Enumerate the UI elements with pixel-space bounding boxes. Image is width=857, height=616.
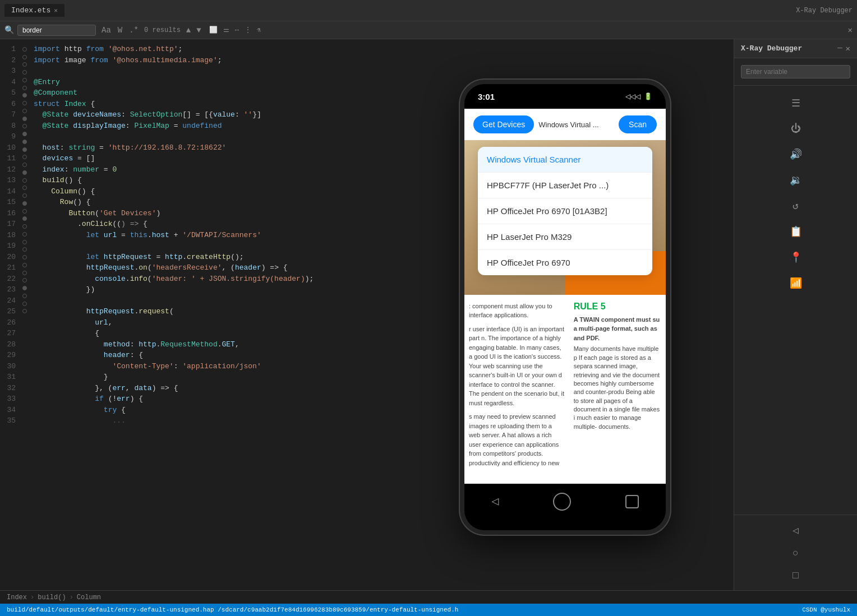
find-in-selection-btn[interactable]: ⚌ <box>221 25 232 35</box>
breadcrumb-item-1: Index <box>7 594 27 601</box>
wifi-signal-icon: ◁◁◁ <box>625 92 641 100</box>
breadcrumb-sep-1: › <box>30 594 34 601</box>
main-content: 12345 678910 1112131415 1617181920 21222… <box>0 39 857 590</box>
phone-status-icons: ◁◁◁ 🔋 <box>625 92 652 100</box>
search-navigation: ▲ ▼ <box>184 25 204 36</box>
phone-status-bar: 3:01 ◁◁◁ 🔋 <box>464 84 666 109</box>
status-right: CSDN @yushulx <box>802 606 850 613</box>
search-extra-buttons: ⬜ ⚌ ↔ ⋮ ⚗ <box>207 25 263 35</box>
panel-controls: ─ ✕ <box>837 44 850 53</box>
phone-app-header: Get Devices Windows Virtual ... Scan <box>464 109 666 140</box>
phone-bottom-bar: ◁ <box>464 484 666 530</box>
dropdown-item-4[interactable]: HP OfficeJet Pro 6970 <box>478 250 652 275</box>
code-line-2: import image from '@ohos.multimedia.imag… <box>29 55 734 66</box>
article-para-3: s may need to preview scanned images re … <box>469 412 565 467</box>
dropdown-selected-label[interactable]: Windows Virtual ... <box>538 121 614 129</box>
menu-icon[interactable]: ☰ <box>789 95 803 112</box>
back-nav-icon[interactable]: ◁ <box>790 522 801 539</box>
get-devices-button[interactable]: Get Devices <box>473 115 534 133</box>
next-match-btn[interactable]: ▼ <box>194 25 203 36</box>
prev-match-btn[interactable]: ▲ <box>184 25 193 36</box>
square-icon[interactable]: □ <box>790 568 801 583</box>
close-search-btn[interactable]: ✕ <box>848 25 853 35</box>
rotate-icon[interactable]: ↺ <box>790 197 801 214</box>
dropdown-item-1[interactable]: HPBCF77F (HP LaserJet Pro ...) <box>478 173 652 198</box>
right-panel-title: X-Ray Debugger <box>741 44 802 53</box>
location-icon[interactable]: 📍 <box>787 249 804 266</box>
article-left: : component must allow you to interface … <box>464 295 569 484</box>
dropdown-item-3[interactable]: HP LaserJet Pro M329 <box>478 224 652 250</box>
breadcrumb: Index › build() › Column <box>0 590 857 604</box>
tab-index-ets[interactable]: Index.ets ✕ <box>4 4 64 17</box>
search-controls: Aa W .* <box>99 25 141 36</box>
circle-icon[interactable]: ○ <box>790 545 801 561</box>
right-panel: X-Ray Debugger ─ ✕ ☰ ⏻ 🔊 🔉 ↺ 📋 📍 📶 <box>734 39 857 590</box>
tab-close-icon[interactable]: ✕ <box>54 7 58 14</box>
search-results-count: 0 results <box>144 26 181 34</box>
article-right: RULE 5 A TWAIN component must su a multi… <box>569 295 666 484</box>
minimize-panel-btn[interactable]: ─ <box>837 44 842 53</box>
dropdown-item-0[interactable]: Windows Virtual Scanner <box>478 147 652 173</box>
screenshot-icon[interactable]: 📋 <box>787 223 804 240</box>
power-icon[interactable]: ⏻ <box>789 121 803 137</box>
volume-icon[interactable]: 🔊 <box>787 146 804 163</box>
scanner-dropdown-menu: Windows Virtual Scanner HPBCF77F (HP Las… <box>478 147 652 275</box>
debugger-icons-panel: ☰ ⏻ 🔊 🔉 ↺ 📋 📍 📶 <box>734 85 857 300</box>
phone-time: 3:01 <box>478 92 495 101</box>
recent-apps-button[interactable] <box>625 495 639 508</box>
search-bar: 🔍 Aa W .* 0 results ▲ ▼ ⬜ ⚌ ↔ ⋮ ⚗ ✕ <box>0 21 857 39</box>
article-para-1: : component must allow you to interface … <box>469 302 565 320</box>
rule-subtitle: A TWAIN component must su a multi-page f… <box>574 315 661 343</box>
scan-button[interactable]: Scan <box>619 115 657 133</box>
breadcrumb-item-2: build() <box>38 594 66 601</box>
select-all-btn[interactable]: ⬜ <box>207 25 220 35</box>
dropdown-item-2[interactable]: HP OfficeJet Pro 6970 [01A3B2] <box>478 198 652 224</box>
debugger-bottom-icons: ◁ ○ □ <box>734 515 857 590</box>
volume-down-icon[interactable]: 🔉 <box>787 172 804 188</box>
toggle-replace-btn[interactable]: ↔ <box>233 25 241 35</box>
whole-word-btn[interactable]: W <box>116 25 125 36</box>
variable-entry <box>734 58 857 85</box>
rule-title: RULE 5 <box>574 302 661 312</box>
line-numbers: 12345 678910 1112131415 1617181920 21222… <box>0 39 20 590</box>
tab-label: Index.ets <box>11 6 50 15</box>
search-toggle-btn[interactable]: ⋮ <box>242 25 254 35</box>
phone-frame-wrapper: 3:01 ◁◁◁ 🔋 Get Devices Windows Virtual .… <box>460 80 670 535</box>
breadcrumb-item-3: Column <box>77 594 101 601</box>
code-line-1: import http from '@ohos.net.http'; <box>29 44 734 55</box>
variable-input-field[interactable] <box>741 65 850 78</box>
debugger-title: X-Ray Debugger <box>796 7 853 15</box>
status-path: build/default/outputs/default/entry-defa… <box>7 606 793 613</box>
wifi-icon[interactable]: 📶 <box>787 275 804 291</box>
status-bar: build/default/outputs/default/entry-defa… <box>0 604 857 616</box>
breadcrumb-sep-2: › <box>70 594 73 601</box>
battery-icon: 🔋 <box>644 92 652 100</box>
regex-btn[interactable]: .* <box>127 25 141 36</box>
search-icon: 🔍 <box>4 25 14 35</box>
close-panel-btn[interactable]: ✕ <box>846 44 850 53</box>
rule-body: Many documents have multiple p If each p… <box>574 345 661 431</box>
case-sensitive-btn[interactable]: Aa <box>99 25 113 36</box>
filter-btn[interactable]: ⚗ <box>255 25 263 35</box>
search-input[interactable] <box>17 25 96 36</box>
code-gutter <box>20 39 29 590</box>
home-button[interactable] <box>553 493 571 511</box>
right-panel-header: X-Ray Debugger ─ ✕ <box>734 39 857 58</box>
code-line-3 <box>29 66 734 77</box>
phone-frame: 3:01 ◁◁◁ 🔋 Get Devices Windows Virtual .… <box>460 80 670 535</box>
editor-area: 12345 678910 1112131415 1617181920 21222… <box>0 39 734 590</box>
back-button[interactable]: ◁ <box>491 494 499 509</box>
article-para-2: r user interface (UI) is an important pa… <box>469 325 565 408</box>
tab-bar: Index.ets ✕ X-Ray Debugger <box>0 0 857 21</box>
